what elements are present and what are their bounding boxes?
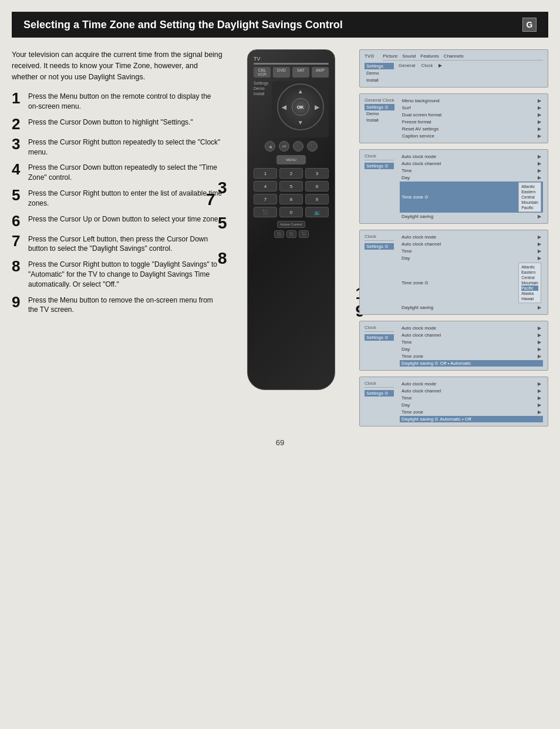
screen-3-auto-clock-mode: Auto clock mode ▶	[400, 153, 543, 160]
remote-btn-d[interactable]: ⬛	[307, 141, 318, 152]
remote-num-2[interactable]: 2	[279, 168, 303, 179]
remote-num-9[interactable]: 9	[305, 194, 329, 204]
step-item-8: 8 Press the Cursor Right button to toggl…	[12, 260, 223, 289]
screen-1-left-menu: Settings Demo Install	[365, 63, 394, 83]
steps-list: 1 Press the Menu button on the remote co…	[12, 92, 223, 315]
screen-3-settings: Settings ⊙	[365, 163, 394, 169]
step-text-9: Press the Menu button to remove the on-s…	[28, 295, 223, 315]
screen-4-daylight: Daylight saving ▶	[400, 304, 543, 311]
tz4-atlantic: Atlantic	[521, 264, 538, 270]
remote-num-tv[interactable]: 📺	[305, 207, 329, 217]
nav-left-arrow: ◀	[282, 104, 286, 110]
tz-atlantic: Atlantic	[521, 184, 538, 189]
tz4-hawaii: Hawaii	[521, 296, 538, 301]
step-item-5: 5 Press the Cursor Right button to enter…	[12, 189, 223, 209]
remote-amp-btn[interactable]: AMP	[312, 67, 329, 78]
step-item-9: 9 Press the Menu button to remove the on…	[12, 295, 223, 315]
screen-3-right: Auto clock mode ▶ Auto clock channel ▶ T…	[400, 153, 543, 220]
remote-column: TV CBL VCR DVD SAT AMP Settings Demo Ins…	[232, 49, 350, 426]
nav-right-arrow: ▶	[315, 104, 319, 110]
step-number-1: 1	[12, 90, 28, 106]
screen-6-time: Time ▶	[400, 395, 543, 401]
step-item-6: 6 Press the Cursor Up or Down button to …	[12, 214, 223, 229]
screen-6-right: Auto clock mode ▶ Auto clock channel ▶ T…	[400, 381, 543, 422]
remote-small-buttons: ◀ off ⬛ ⬛	[254, 141, 329, 152]
step-item-2: 2 Press the Cursor Down button to highli…	[12, 117, 223, 132]
step-number-6: 6	[12, 213, 28, 229]
step-number-8: 8	[12, 258, 28, 274]
remote-num-star[interactable]: ⬛	[254, 207, 277, 217]
screen-2-tab-general: General Clock	[365, 98, 394, 103]
remote-menu-button[interactable]: MENU	[276, 155, 306, 164]
main-content: Your television can acquire the current …	[12, 49, 548, 426]
remote-tv-label: TV	[254, 56, 329, 62]
page-container: Selecting a Time Zone and Setting the Da…	[0, 0, 560, 729]
right-column: TV⊙ Picture Sound Features Channels Sett…	[359, 49, 548, 426]
screen-4: Clock Settings ⊙ Auto clock mode ▶ Auto …	[359, 230, 548, 315]
remote-btn-a[interactable]: ◀	[265, 141, 275, 152]
remote-install-label: Install	[254, 92, 268, 96]
float-num-8: 8	[218, 249, 227, 268]
header-letter: G	[522, 18, 537, 32]
screen-6-clock-tab: Clock	[365, 381, 394, 388]
screen-4-time: Time ▶	[400, 248, 543, 254]
step-text-4: Press the Cursor Down button repeatedly …	[28, 163, 223, 183]
screen-5-day: Day ▶	[400, 346, 543, 352]
tz-central: Central	[521, 194, 538, 200]
screen-5: Clock Settings ⊙ Auto clock mode ▶ Auto …	[359, 321, 548, 371]
screen-1-install: Install	[365, 77, 394, 83]
remote-ok-button[interactable]: OK	[292, 98, 309, 116]
screen-2-settings: Settings ⊙	[365, 104, 394, 110]
screen-1-arrow: ▶	[438, 63, 442, 68]
screen-2: General Clock Settings ⊙ Demo Install Me…	[359, 93, 548, 143]
step-number-9: 9	[12, 294, 28, 310]
remote-nav-pad[interactable]: ▲ ▼ ◀ ▶ OK	[277, 83, 324, 130]
remote-num-4[interactable]: 4	[254, 181, 277, 192]
remote-num-5[interactable]: 5	[279, 181, 303, 192]
remote-bottom-btns: ⬛ ⬛ ⬛	[254, 230, 329, 238]
remote-num-3[interactable]: 3	[305, 168, 329, 179]
screen-2-surf: Surf ▶	[400, 105, 543, 111]
tz4-central: Central	[521, 275, 538, 280]
remote-dvd-btn[interactable]: DVD	[273, 67, 290, 78]
step-text-7: Press the Cursor Left button, then press…	[28, 234, 223, 254]
remote-num-6[interactable]: 6	[305, 181, 329, 192]
screen-2-menu-bg: Menu background ▶	[400, 98, 543, 104]
screen-3-auto-clock-ch: Auto clock channel ▶	[400, 160, 543, 167]
screen-2-freeze: Freeze format ▶	[400, 119, 543, 125]
remote-btn-b[interactable]: off	[279, 141, 289, 152]
screen-5-time: Time ▶	[400, 339, 543, 345]
remote-color-btn-1[interactable]: ⬛	[274, 230, 284, 238]
step-number-3: 3	[12, 136, 28, 152]
remote-num-0[interactable]: 0	[279, 207, 303, 217]
remote-num-8[interactable]: 8	[279, 194, 303, 204]
step-number-7: 7	[12, 233, 28, 248]
screen-6: Clock Settings ⊙ Auto clock mode ▶ Auto …	[359, 377, 548, 426]
screen-3-tz-options: Atlantic Eastern Central Mountain Pacifi…	[518, 182, 541, 212]
tz-mountain: Mountain	[521, 200, 538, 205]
step-number-4: 4	[12, 162, 28, 177]
remote-num-1[interactable]: 1	[254, 168, 277, 179]
remote-cbl-btn[interactable]: CBL VCR	[254, 67, 271, 78]
remote-sat-btn[interactable]: SAT	[292, 67, 309, 78]
remote-color-btn-2[interactable]: ⬛	[286, 230, 296, 238]
step-item-3: 3 Press the Cursor Right button repeated…	[12, 137, 223, 157]
screen-2-demo: Demo	[365, 110, 394, 117]
screen-2-reset: Reset AV settings ▶	[400, 126, 543, 132]
screen-1-tv: TV⊙	[365, 53, 375, 63]
remote-bottom-row: Active Control	[254, 221, 329, 228]
remote-num-7[interactable]: 7	[254, 194, 277, 204]
screen-1-settings: Settings	[365, 63, 394, 69]
tz4-eastern: Eastern	[521, 270, 538, 275]
screen-2-install: Install	[365, 117, 394, 123]
tz4-mountain: Mountain	[521, 280, 538, 285]
screen-4-timezone: Time zone ⊙ Atlantic Eastern Central Mou…	[400, 262, 543, 304]
screen-6-daylight: Daylight saving ⊙ Automatic • Off	[400, 416, 543, 422]
screen-5-timezone: Time zone ▶	[400, 353, 543, 360]
tab-features: Features	[420, 53, 439, 59]
screen-4-settings: Settings ⊙	[365, 243, 394, 250]
step-number-5: 5	[12, 187, 28, 203]
remote-color-btn-3[interactable]: ⬛	[299, 230, 309, 238]
screen-4-auto-clock-ch: Auto clock channel ▶	[400, 241, 543, 247]
remote-btn-c[interactable]: ⬛	[293, 141, 303, 152]
